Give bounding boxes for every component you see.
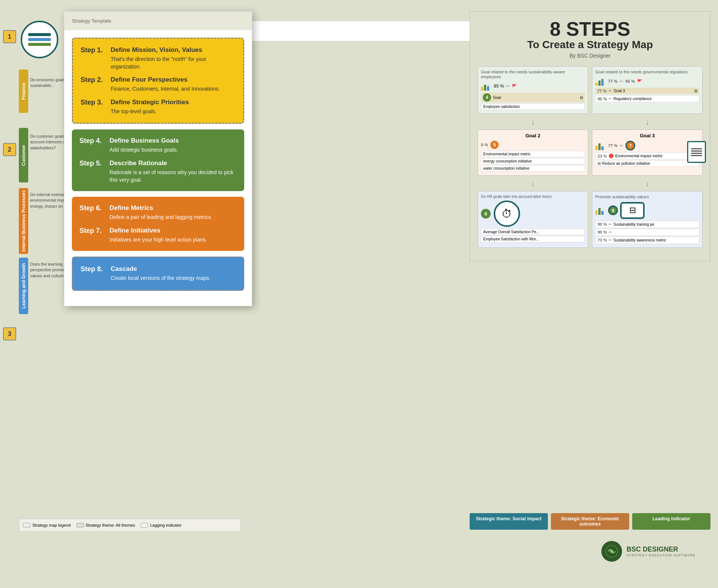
step-number-4: Step 4.: [79, 137, 110, 154]
perspective-internal: Internal Business Processes: [19, 188, 28, 254]
goal2-item1: energy consumption initiative: [481, 158, 585, 164]
arrow-row-1: ↓ ↓: [478, 118, 703, 126]
step-title-8: Cascade: [111, 265, 210, 273]
note-icon-goal3: [687, 141, 706, 163]
promote-pct1: 90 % ✏ Sustainability training pe: [595, 221, 699, 228]
step-box-blue: Step 8. Cascade Create local versions of…: [72, 257, 244, 291]
flag-icon-2: 🚩: [637, 79, 642, 84]
goal-card-goal2: Goal 2 0 % 5 Environmental impact metric…: [478, 129, 588, 176]
goal-employees-header: Goal related to the needs sustainability…: [481, 70, 585, 79]
internal-goals-row: Goal 2 0 % 5 Environmental impact metric…: [478, 129, 703, 176]
step-title-5: Describe Rationale: [110, 160, 237, 167]
step-box-orange: Step 6. Define Metrics Define a pair of …: [72, 197, 244, 251]
goal3-metric: 23 % 🔴 Environmental impact metric: [595, 152, 699, 160]
step-item-4: Step 4. Define Business Goals Add strate…: [79, 137, 237, 154]
step-content-4: Define Business Goals Add strategic busi…: [110, 137, 179, 154]
step-number-5: Step 5.: [79, 160, 110, 184]
legend-swatch-theme: [76, 523, 84, 527]
bsc-logo-area: BSC DESIGNER STRATEGY EXECUTION SOFTWARE: [598, 537, 710, 565]
mini-chart-promote: [595, 206, 604, 215]
card-icon-2: ⊟: [694, 89, 697, 93]
pencil-icon-6: 🔴: [608, 153, 614, 158]
bsc-tagline: STRATEGY EXECUTION SOFTWARE: [627, 553, 695, 557]
bsc-logo-icon: [605, 545, 618, 558]
goal-reg-label-bar: 77 % ✏ Goal 3 ⊟: [595, 88, 699, 94]
step-desc-8: Create local versions of the strategy ma…: [111, 275, 210, 282]
step-title-6: Define Metrics: [110, 204, 212, 212]
perspective-customer: Customer: [19, 128, 28, 182]
step-content-2: Define Four Perspectives Finance, Custom…: [111, 76, 220, 93]
bsc-logo-circle: [601, 541, 622, 562]
step-circle-5: 5: [490, 141, 499, 149]
theme-badge-social: Strategic theme: Social impact: [470, 513, 548, 530]
step-content-5: Describe Rationale Rationale is a set of…: [110, 160, 237, 184]
icon-bar-3: [28, 43, 51, 46]
goal-card-learning-left: Do HR goals take into account labor hour…: [478, 191, 588, 248]
step-item-1: Step 1. Define Mission, Vision, Values T…: [81, 46, 236, 70]
goal3-pct: 77 %: [608, 143, 618, 148]
goal-card-regulators: Goal related to the needs governmental r…: [592, 66, 703, 114]
goal-employees-metric: Employee satisfaction: [481, 103, 585, 110]
note-line-3: [691, 153, 702, 154]
step-item-5: Step 5. Describe Rationale Rationale is …: [79, 160, 237, 184]
step-title-1: Define Mission, Vision, Values: [111, 46, 236, 54]
step-badge-2: 2: [3, 143, 16, 156]
arrow-down-1: ↓: [478, 118, 588, 126]
step-circle-8: 8: [608, 205, 618, 215]
goal-employees-pct: 85 %: [494, 84, 504, 89]
icon-bar-1: [28, 33, 51, 36]
note-line-4: [691, 155, 702, 156]
step-desc-1: That's the direction to the "north" for …: [111, 56, 236, 70]
customer-goals-row: Goal related to the needs sustainability…: [478, 66, 703, 114]
step-title-4: Define Business Goals: [110, 137, 179, 144]
step-item-6: Step 6. Define Metrics Define a pair of …: [79, 204, 237, 221]
flag-icon-1: 🚩: [512, 84, 517, 89]
goal2-metric: Environmental impact metric: [481, 151, 585, 157]
legend-swatch-lagging: [141, 523, 148, 527]
step-desc-7: Initiatives are your high level action p…: [110, 236, 207, 244]
main-wrapper: 🔍 Strategy Template 1 2 3 Finance Do eco…: [0, 0, 718, 588]
learning-left-metric1: Average Overall Satisfaction Pe...: [481, 229, 585, 235]
step-item-8: Step 8. Cascade Create local versions of…: [81, 265, 236, 282]
step-item-7: Step 7. Define Initiatives Initiatives a…: [79, 227, 237, 244]
connect-icon: ⊟: [620, 202, 645, 219]
mini-chart-employees: [481, 82, 489, 91]
step-circle-4: 4: [483, 93, 491, 102]
legend-item-lagging: Lagging indicator: [141, 523, 182, 527]
goal3-pct2: 23 %: [598, 154, 607, 158]
step-number-3: Step 3.: [81, 99, 111, 115]
goal2-title: Goal 2: [481, 133, 585, 138]
mini-chart-regulators: [595, 77, 604, 86]
promote-metric2: 73 % ✏ Sustainability awareness metric: [595, 237, 699, 244]
goal-card-goal3: Goal 3 77 % ✏ 7 23 % 🔴 Envi: [592, 129, 703, 176]
gauge-icon: ⏱: [494, 201, 520, 227]
step-box-yellow: Step 1. Define Mission, Vision, Values T…: [72, 38, 244, 124]
goal2-item2: water consumption initiative: [481, 165, 585, 172]
svg-point-1: [610, 550, 613, 553]
goal-card-employees: Goal related to the needs sustainability…: [478, 66, 588, 114]
eight-steps-panel: Strategy Template Step 1. Define Mission…: [64, 11, 252, 306]
arrow-row-2: ↓ ↓: [478, 179, 703, 188]
theme-badges-row: Strategic theme: Social impact Strategic…: [470, 513, 710, 530]
note-line-1: [691, 148, 702, 149]
step-number-1: Step 1.: [81, 46, 111, 70]
goal2-pct: 0 %: [481, 143, 488, 147]
arrow-down-4: ↓: [592, 179, 703, 188]
learning-left-metric2: Employee Satisfaction with Wor...: [481, 236, 585, 242]
step-number-7: Step 7.: [79, 227, 110, 244]
panel-title-area: Strategy Template: [64, 12, 252, 30]
legend-item-map: Strategy map legend: [23, 523, 71, 527]
panel-header-label: Strategy Template: [72, 18, 111, 24]
step-title-7: Define Initiatives: [110, 227, 207, 234]
bsc-name: BSC DESIGNER: [627, 545, 695, 553]
reg-pct2: 95 %: [625, 79, 635, 84]
legend-item-theme: Strategy theme: All themes: [76, 523, 135, 527]
pencil-icon-4: ✏: [608, 96, 612, 101]
step-content-1: Define Mission, Vision, Values That's th…: [111, 46, 236, 70]
step-desc-6: Define a pair of leading and lagging met…: [110, 214, 212, 221]
pencil-icon-1: ✏: [506, 84, 510, 89]
learning-left-desc: Do HR goals take into account labor hour…: [481, 194, 585, 199]
goal-reg-compliance: 95 % ✏ Regulatory compliance: [595, 95, 699, 102]
pencil-icon-3: ✏: [608, 88, 612, 93]
legend-swatch-map: [23, 523, 30, 527]
